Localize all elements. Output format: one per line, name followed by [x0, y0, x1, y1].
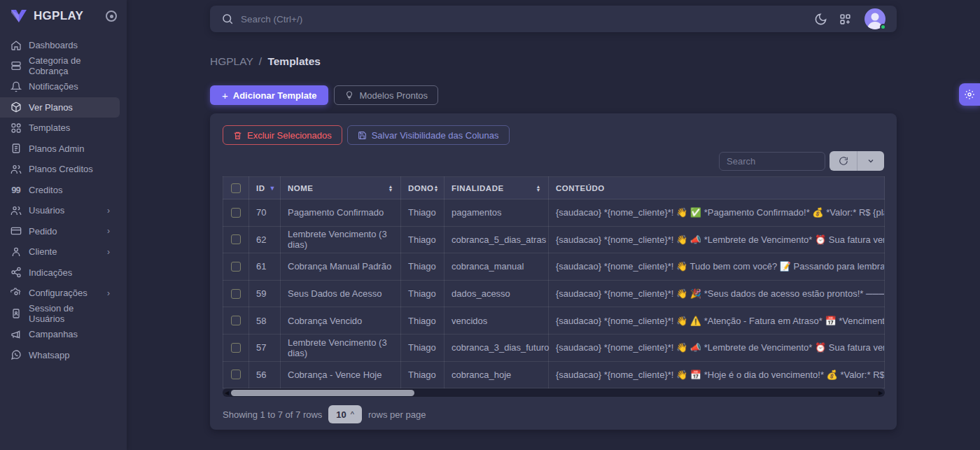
table-row: 57 Lembrete Vencimento (3 dias) Thiago c…: [223, 334, 885, 361]
theme-customizer-button[interactable]: [959, 83, 980, 106]
cell-conteudo: {saudacao} *{nome_cliente}*! 👋 📣 *Lembre…: [549, 226, 885, 253]
column-header-id[interactable]: ID ▼: [249, 177, 281, 199]
user-avatar[interactable]: [864, 8, 886, 29]
sidebar-item-label: Planos Admin: [29, 143, 85, 154]
cell-id: 61: [249, 253, 281, 281]
table-row: 59 Seus Dados de Acesso Thiago dados_ace…: [223, 280, 885, 307]
cell-nome: Lembrete Vencimento (3 dias): [281, 226, 401, 253]
table-row: 56 Cobrança - Vence Hoje Thiago cobranca…: [223, 361, 885, 388]
sidebar-item-dashboards[interactable]: Dashboards: [0, 35, 120, 56]
columns-dropdown-button[interactable]: [857, 151, 884, 171]
sidebar-item-pedido[interactable]: Pedido ›: [0, 221, 120, 242]
table-row: 58 Cobrança Vencido Thiago vencidos {sau…: [223, 307, 885, 335]
quotes-icon: 99: [10, 184, 22, 196]
row-checkbox[interactable]: [231, 343, 241, 353]
cell-finalidade: cobranca_manual: [444, 253, 549, 281]
sidebar-item-planos-creditos[interactable]: Planos Creditos: [0, 159, 120, 180]
chevron-right-icon: ›: [107, 247, 110, 257]
select-all-header: [223, 177, 249, 199]
cell-finalidade: cobranca_5_dias_atras: [444, 226, 549, 253]
cell-dono: Thiago: [401, 280, 444, 307]
column-header-dono[interactable]: DONO ▲▼: [401, 177, 444, 199]
row-checkbox[interactable]: [231, 370, 241, 379]
cell-nome: Seus Dados de Acesso: [281, 280, 401, 307]
plus-icon: +: [222, 90, 228, 101]
scrollbar-thumb[interactable]: [231, 390, 414, 396]
chevron-right-icon: ›: [107, 206, 110, 216]
breadcrumb-separator: /: [259, 55, 262, 67]
sidebar-item-ver-planos[interactable]: Ver Planos: [0, 97, 120, 118]
page-size-select[interactable]: 10 ^: [328, 405, 362, 423]
sidebar-item-label: Creditos: [29, 185, 62, 195]
cell-finalidade: cobranca_3_dias_futuro: [444, 334, 549, 361]
rows-per-page-text: rows per page: [368, 409, 426, 420]
column-header-nome[interactable]: NOME ▲▼: [281, 177, 401, 199]
sidebar-item-cliente[interactable]: Cliente ›: [0, 241, 120, 262]
row-checkbox[interactable]: [231, 262, 241, 272]
column-label: NOME: [288, 184, 314, 192]
cell-conteudo: {saudacao} *{nome_cliente}*! 👋 ⚠️ *Atenç…: [549, 307, 885, 335]
row-checkbox[interactable]: [231, 316, 241, 325]
sidebar-item-session-de-usuarios[interactable]: Session de Usuários: [0, 304, 120, 325]
caret-up-icon: ^: [351, 410, 354, 419]
row-checkbox[interactable]: [231, 234, 241, 244]
whatsapp-icon: [10, 349, 22, 361]
sidebar-item-label: Templates: [29, 122, 70, 133]
breadcrumb-current: Templates: [267, 55, 321, 67]
horizontal-scrollbar: ◀ ▶: [223, 388, 885, 397]
delete-selected-label: Excluir Selecionados: [247, 130, 332, 141]
sidebar-item-campanhas[interactable]: Campanhas: [0, 324, 120, 345]
row-checkbox[interactable]: [231, 208, 241, 218]
scrollbar-track[interactable]: [231, 390, 876, 396]
cell-id: 59: [249, 280, 281, 307]
select-all-checkbox[interactable]: [231, 183, 241, 193]
refresh-button[interactable]: [830, 151, 857, 171]
sort-desc-icon: ▼: [270, 185, 276, 192]
cell-dono: Thiago: [401, 361, 444, 388]
brand-logo-icon: [10, 8, 28, 24]
cell-conteudo: {saudacao} *{nome_cliente}*! 👋 🎉 *Seus d…: [549, 280, 885, 307]
sidebar-item-creditos[interactable]: 99 Creditos: [0, 180, 120, 201]
delete-selected-button[interactable]: Excluir Selecionados: [223, 125, 342, 145]
row-checkbox[interactable]: [231, 289, 241, 299]
add-template-button[interactable]: + Adicionar Template: [210, 85, 328, 105]
sidebar-item-indicacoes[interactable]: Indicações: [0, 262, 120, 283]
user-icon: [10, 246, 22, 258]
ready-models-button[interactable]: Modelos Prontos: [334, 85, 438, 105]
column-label: CONTEÚDO: [556, 184, 605, 192]
table-controls: [223, 151, 884, 171]
sidebar-item-templates[interactable]: Templates: [0, 118, 120, 139]
cell-dono: Thiago: [401, 307, 444, 335]
credit-card-icon: [10, 225, 22, 237]
cell-dono: Thiago: [401, 199, 444, 227]
table-search-input[interactable]: [719, 152, 825, 171]
menu-pin-icon[interactable]: [106, 10, 117, 22]
users-icon: [10, 204, 22, 216]
sidebar-item-configuracoes[interactable]: Configurações ›: [0, 283, 120, 304]
cell-conteudo: {saudacao} *{nome_cliente}*! 👋 📣 *Lembre…: [549, 334, 885, 361]
sidebar-item-label: Ver Planos: [29, 102, 73, 113]
sidebar-item-categoria-de-cobranca[interactable]: Categoria de Cobrança: [0, 56, 120, 77]
cell-conteudo: {saudacao} *{nome_cliente}*! 👋 ✅ *Pagame…: [549, 199, 885, 227]
billing-category-icon: [10, 60, 22, 72]
global-search-input[interactable]: [241, 14, 535, 24]
scroll-right-arrow-icon[interactable]: ▶: [876, 390, 885, 396]
cell-nome: Cobrança Vencido: [281, 307, 401, 335]
dark-mode-moon-icon[interactable]: [814, 13, 827, 26]
sidebar-item-whatsapp[interactable]: Whatsapp: [0, 345, 120, 366]
shortcuts-grid-icon[interactable]: [839, 13, 852, 26]
sidebar-item-usuarios[interactable]: Usuários ›: [0, 200, 120, 221]
breadcrumb-root[interactable]: HGPLAY: [210, 55, 253, 67]
column-header-conteudo[interactable]: CONTEÚDO: [549, 177, 885, 199]
save-columns-label: Salvar Visibilidade das Colunas: [372, 130, 499, 141]
megaphone-icon: [10, 328, 22, 340]
sidebar-item-notificacoes[interactable]: Notificações: [0, 76, 120, 97]
save-columns-button[interactable]: Salvar Visibilidade das Colunas: [347, 125, 510, 145]
sidebar-item-label: Dashboards: [29, 40, 78, 50]
scroll-left-arrow-icon[interactable]: ◀: [223, 390, 231, 396]
sort-icon: ▲▼: [536, 185, 541, 192]
add-template-label: Adicionar Template: [233, 90, 317, 101]
cell-dono: Thiago: [401, 253, 444, 281]
sidebar-item-planos-admin[interactable]: Planos Admin: [0, 139, 120, 160]
column-header-finalidade[interactable]: FINALIDADE ▲▼: [444, 177, 549, 199]
